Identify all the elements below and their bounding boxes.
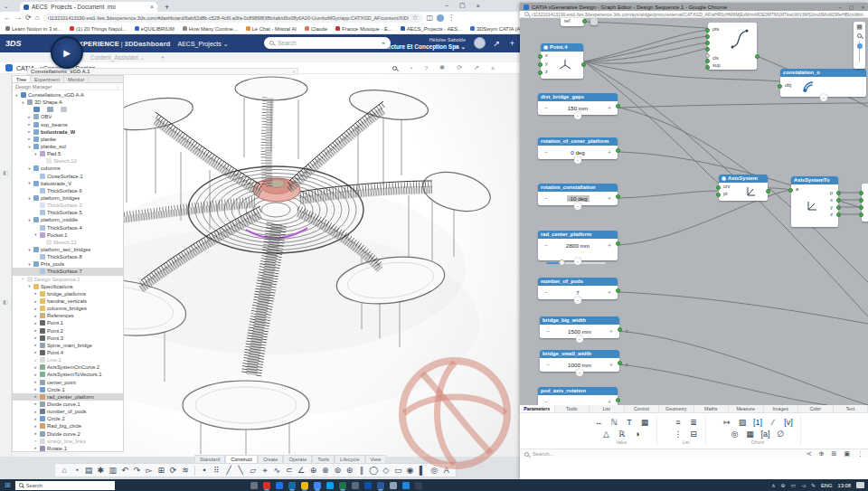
document-title-bar[interactable]: Constellations_xGD A.1 ‹ [27, 68, 298, 75]
expander-icon[interactable]: ▸ [33, 365, 38, 370]
output-port[interactable] [618, 327, 622, 332]
param-value[interactable]: 1000 mm [568, 362, 591, 368]
window-icon[interactable]: ⊞ [832, 450, 837, 458]
help-icon[interactable]: ? [424, 65, 428, 71]
panel-handle-icon[interactable]: ◧ [3, 169, 8, 175]
taskbar-app-10[interactable] [364, 482, 372, 489]
bookmark-item[interactable]: France Musique - E... [335, 26, 392, 32]
taskbar-app-14[interactable] [415, 482, 422, 489]
tab-tree[interactable]: Tree [13, 76, 31, 82]
bookmark-item[interactable]: Claude [305, 26, 327, 32]
eye-icon[interactable]: ◉ [543, 43, 548, 52]
list-column-icon[interactable]: ⊟ [689, 430, 698, 439]
expander-icon[interactable]: ▸ [33, 446, 38, 450]
output-port[interactable] [616, 194, 620, 199]
collapse-chevron[interactable]: ⌄ [576, 369, 583, 376]
tree-item[interactable]: ThickSurface.3 [13, 202, 123, 209]
taskbar-search-input[interactable]: Search [15, 481, 115, 490]
bookmark-item[interactable]: AECS_Projects - AES... [401, 26, 462, 32]
taskbar-app-8[interactable] [339, 482, 346, 489]
boolean-icon[interactable]: ◑ [632, 430, 641, 439]
graph-tab-tools[interactable]: Tools [555, 405, 590, 412]
tree-item[interactable]: ▸Point.2 [13, 327, 123, 335]
increment-button[interactable]: + [608, 105, 611, 111]
vector-icon[interactable]: [v] [784, 418, 793, 427]
design-manager-row[interactable]: Design Manager ⋮ [13, 83, 123, 90]
share-icon[interactable]: ↗ [474, 64, 479, 71]
pattern-icon[interactable]: ∥ [356, 466, 367, 475]
blend-icon[interactable]: ⊛ [344, 466, 354, 475]
tree-item[interactable]: ▸Rotate.1 [13, 445, 123, 451]
decrement-button[interactable]: − [544, 105, 548, 111]
action-tab-lifecycle[interactable]: Lifecycle [335, 455, 364, 463]
output-port-y[interactable] [836, 205, 841, 210]
tree-item[interactable]: ▸svp_beams [13, 121, 123, 128]
minimize-button[interactable]: − [838, 5, 842, 10]
search-icon[interactable] [392, 66, 397, 71]
tab-experiment[interactable]: Experiment [31, 76, 64, 82]
taskbar-app-6[interactable] [314, 482, 321, 489]
url-field[interactable]: r1132101413190-ew1-fws.3dexperience.3ds.… [43, 14, 423, 23]
tab-monitor[interactable]: Monitor [64, 76, 89, 82]
tree-item[interactable] [13, 106, 123, 113]
input-port-a[interactable] [788, 188, 793, 193]
tree-item[interactable]: ▾columns [13, 165, 123, 172]
param-value[interactable]: 1500 mm [568, 328, 591, 335]
select-icon[interactable]: ▻ [144, 466, 155, 475]
tree-item[interactable]: ▸Point.3 [13, 335, 123, 342]
increment-button[interactable]: + [608, 289, 611, 296]
tree-item[interactable]: ▸Circle.2 [13, 415, 123, 422]
expander-icon[interactable]: ▾ [21, 277, 25, 281]
spline-icon[interactable]: ∿ [271, 466, 282, 475]
index-icon[interactable]: [1] [753, 418, 762, 427]
expander-icon[interactable]: ▸ [33, 328, 38, 333]
length-icon[interactable]: ↔ [594, 418, 603, 427]
output-port[interactable] [616, 241, 620, 246]
tree-item[interactable]: ▸OBV [13, 113, 123, 120]
input-port-empty[interactable] [705, 53, 710, 58]
representation-icon[interactable] [61, 107, 67, 112]
expander-icon[interactable]: ▸ [33, 373, 38, 377]
expander-icon[interactable]: ▾ [27, 181, 32, 185]
expander-icon[interactable]: ▸ [27, 115, 32, 119]
expander-icon[interactable]: ▸ [33, 380, 38, 384]
output-port[interactable] [616, 104, 620, 109]
tree-item[interactable]: ▸rad_center_platform [13, 393, 123, 401]
param-node-rad_center_platform[interactable]: rad_center_platform−2800 mm+⌄ [538, 231, 618, 260]
tree-item[interactable]: ▾Constellations_xGD A.A [13, 91, 123, 99]
tree-item[interactable]: ThickSurface.5 [13, 209, 123, 216]
expander-icon[interactable]: ▸ [33, 321, 38, 326]
tree-item[interactable]: ▸straigt_line_links [13, 438, 123, 445]
input-port-y[interactable] [538, 62, 542, 67]
tree-item[interactable]: ▾platform_bridges [13, 194, 123, 202]
tree-item[interactable]: ▸planke [13, 136, 123, 143]
decrement-button[interactable]: − [546, 328, 550, 335]
user-context[interactable]: Héloïse Sabolde DS - Architecture Et Con… [357, 36, 466, 51]
tree-item[interactable]: ▸Circle.1 [13, 386, 123, 393]
tree-item[interactable]: ▸AxisSystemOnCurve.2 [13, 364, 123, 371]
output-port[interactable] [755, 54, 760, 59]
tree-item[interactable]: ▸handrai_verticals [13, 297, 123, 305]
volume-icon[interactable]: ◅ [801, 482, 806, 488]
start-button[interactable]: ⊞ [5, 481, 11, 489]
tree-item[interactable]: ▸Divide curve.1 [13, 401, 123, 408]
graph-window-titlebar[interactable]: CATIA xGenerative Design - Graph Editor … [520, 3, 868, 11]
image-icon[interactable]: ▨ [738, 418, 747, 427]
tree-item[interactable]: ▾3D Shape A [13, 99, 123, 106]
input-port-pts[interactable] [705, 34, 710, 39]
tree-item[interactable]: ▸columns_bridges [13, 305, 123, 312]
tree-item[interactable]: ▸AxisSystemToVectors.1 [13, 371, 123, 378]
bookmark-item[interactable]: 3DSwym CATIA (Ae... [470, 26, 528, 32]
close-button[interactable]: × [476, 3, 480, 9]
param-node-dist_bridge_gaps[interactable]: dist_bridge_gaps−150 mm+⌄ [538, 93, 618, 115]
polyline-icon[interactable]: ∠ [296, 466, 307, 475]
text-icon[interactable]: A [440, 466, 451, 475]
output-port[interactable] [616, 148, 620, 153]
undo-icon[interactable]: ↶ [119, 466, 130, 475]
param-node-rotation_constallation[interactable]: rotation_constallation−-10 deg+⌄ [538, 184, 618, 205]
action-tab-tools[interactable]: Tools [312, 455, 335, 463]
taskbar-app-13[interactable] [402, 482, 410, 489]
tree-item[interactable]: ▾Specifications [13, 283, 123, 290]
collapse-icon[interactable]: ‹ [293, 69, 295, 74]
cloud-icon[interactable]: ⊕ [781, 482, 786, 488]
